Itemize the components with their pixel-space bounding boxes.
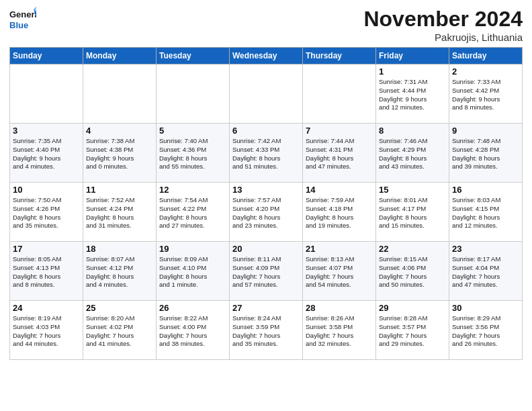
- calendar-cell: 27Sunrise: 8:24 AM Sunset: 3:59 PM Dayli…: [230, 301, 303, 360]
- header: General Blue November 2024 Pakruojis, Li…: [9, 7, 523, 43]
- day-number: 21: [306, 244, 373, 254]
- calendar-cell: 21Sunrise: 8:13 AM Sunset: 4:07 PM Dayli…: [303, 242, 376, 301]
- calendar-week-3: 17Sunrise: 8:05 AM Sunset: 4:13 PM Dayli…: [10, 242, 523, 301]
- logo-graphic: General Blue: [9, 7, 36, 35]
- logo: General Blue: [9, 7, 38, 35]
- day-number: 3: [13, 126, 80, 136]
- col-saturday: Saturday: [449, 48, 523, 64]
- calendar-cell: [230, 64, 303, 124]
- day-detail: Sunrise: 8:28 AM Sunset: 3:57 PM Dayligh…: [379, 314, 446, 349]
- calendar-cell: 26Sunrise: 8:22 AM Sunset: 4:00 PM Dayli…: [157, 301, 230, 360]
- calendar-cell: [303, 64, 376, 124]
- calendar-cell: 9Sunrise: 7:48 AM Sunset: 4:28 PM Daylig…: [449, 124, 523, 183]
- calendar-cell: 8Sunrise: 7:46 AM Sunset: 4:29 PM Daylig…: [376, 124, 449, 183]
- calendar-cell: [83, 64, 157, 124]
- day-number: 2: [452, 66, 519, 77]
- col-sunday: Sunday: [10, 48, 83, 64]
- day-detail: Sunrise: 7:33 AM Sunset: 4:42 PM Dayligh…: [452, 78, 519, 112]
- calendar-cell: 7Sunrise: 7:44 AM Sunset: 4:31 PM Daylig…: [303, 124, 376, 183]
- calendar-cell: 6Sunrise: 7:42 AM Sunset: 4:33 PM Daylig…: [230, 124, 303, 183]
- day-detail: Sunrise: 7:57 AM Sunset: 4:20 PM Dayligh…: [232, 196, 300, 230]
- calendar-cell: 2Sunrise: 7:33 AM Sunset: 4:42 PM Daylig…: [449, 64, 523, 124]
- day-number: 25: [86, 303, 153, 313]
- calendar-week-2: 10Sunrise: 7:50 AM Sunset: 4:26 PM Dayli…: [10, 183, 523, 242]
- day-number: 6: [232, 126, 300, 136]
- month-title: November 2024: [363, 7, 523, 32]
- day-detail: Sunrise: 7:40 AM Sunset: 4:36 PM Dayligh…: [159, 137, 226, 171]
- day-detail: Sunrise: 8:01 AM Sunset: 4:17 PM Dayligh…: [379, 196, 446, 230]
- day-number: 9: [452, 126, 519, 136]
- col-wednesday: Wednesday: [230, 48, 303, 64]
- day-detail: Sunrise: 8:03 AM Sunset: 4:15 PM Dayligh…: [452, 196, 519, 230]
- day-number: 22: [379, 244, 446, 254]
- calendar-cell: 16Sunrise: 8:03 AM Sunset: 4:15 PM Dayli…: [449, 183, 523, 242]
- day-detail: Sunrise: 8:19 AM Sunset: 4:03 PM Dayligh…: [13, 314, 80, 349]
- day-number: 19: [159, 244, 226, 254]
- day-number: 10: [13, 185, 80, 195]
- day-detail: Sunrise: 7:42 AM Sunset: 4:33 PM Dayligh…: [232, 137, 300, 171]
- day-number: 28: [306, 303, 373, 313]
- col-friday: Friday: [376, 48, 449, 64]
- day-number: 29: [379, 303, 446, 313]
- calendar-cell: 5Sunrise: 7:40 AM Sunset: 4:36 PM Daylig…: [157, 124, 230, 183]
- calendar-cell: 17Sunrise: 8:05 AM Sunset: 4:13 PM Dayli…: [10, 242, 83, 301]
- day-number: 26: [159, 303, 226, 313]
- page: General Blue November 2024 Pakruojis, Li…: [0, 0, 532, 411]
- day-detail: Sunrise: 8:13 AM Sunset: 4:07 PM Dayligh…: [306, 255, 373, 289]
- col-tuesday: Tuesday: [157, 48, 230, 64]
- day-number: 27: [232, 303, 300, 313]
- day-detail: Sunrise: 7:48 AM Sunset: 4:28 PM Dayligh…: [452, 137, 519, 171]
- day-detail: Sunrise: 7:31 AM Sunset: 4:44 PM Dayligh…: [379, 78, 446, 112]
- day-detail: Sunrise: 8:05 AM Sunset: 4:13 PM Dayligh…: [13, 255, 80, 289]
- calendar-cell: 1Sunrise: 7:31 AM Sunset: 4:44 PM Daylig…: [376, 64, 449, 124]
- calendar-cell: 12Sunrise: 7:54 AM Sunset: 4:22 PM Dayli…: [157, 183, 230, 242]
- calendar-cell: 11Sunrise: 7:52 AM Sunset: 4:24 PM Dayli…: [83, 183, 157, 242]
- day-number: 8: [379, 126, 446, 136]
- calendar-cell: 18Sunrise: 8:07 AM Sunset: 4:12 PM Dayli…: [83, 242, 157, 301]
- day-detail: Sunrise: 7:38 AM Sunset: 4:38 PM Dayligh…: [86, 137, 153, 171]
- day-detail: Sunrise: 8:11 AM Sunset: 4:09 PM Dayligh…: [232, 255, 300, 289]
- calendar-cell: 15Sunrise: 8:01 AM Sunset: 4:17 PM Dayli…: [376, 183, 449, 242]
- day-detail: Sunrise: 7:54 AM Sunset: 4:22 PM Dayligh…: [159, 196, 226, 230]
- day-detail: Sunrise: 7:44 AM Sunset: 4:31 PM Dayligh…: [306, 137, 373, 171]
- day-number: 5: [159, 126, 226, 136]
- calendar-cell: 23Sunrise: 8:17 AM Sunset: 4:04 PM Dayli…: [449, 242, 523, 301]
- day-detail: Sunrise: 8:15 AM Sunset: 4:06 PM Dayligh…: [379, 255, 446, 289]
- day-number: 4: [86, 126, 153, 136]
- day-number: 1: [379, 66, 446, 77]
- calendar-cell: 28Sunrise: 8:26 AM Sunset: 3:58 PM Dayli…: [303, 301, 376, 360]
- day-detail: Sunrise: 7:50 AM Sunset: 4:26 PM Dayligh…: [13, 196, 80, 230]
- day-number: 20: [232, 244, 300, 254]
- svg-text:Blue: Blue: [9, 20, 28, 30]
- day-detail: Sunrise: 8:09 AM Sunset: 4:10 PM Dayligh…: [159, 255, 226, 289]
- calendar: Sunday Monday Tuesday Wednesday Thursday…: [9, 47, 523, 360]
- day-detail: Sunrise: 8:26 AM Sunset: 3:58 PM Dayligh…: [306, 314, 373, 349]
- location: Pakruojis, Lithuania: [363, 32, 523, 43]
- day-number: 16: [452, 185, 519, 195]
- day-detail: Sunrise: 8:20 AM Sunset: 4:02 PM Dayligh…: [86, 314, 153, 349]
- calendar-cell: 29Sunrise: 8:28 AM Sunset: 3:57 PM Dayli…: [376, 301, 449, 360]
- day-number: 15: [379, 185, 446, 195]
- day-detail: Sunrise: 8:29 AM Sunset: 3:56 PM Dayligh…: [452, 314, 519, 349]
- calendar-week-4: 24Sunrise: 8:19 AM Sunset: 4:03 PM Dayli…: [10, 301, 523, 360]
- day-detail: Sunrise: 8:24 AM Sunset: 3:59 PM Dayligh…: [232, 314, 300, 349]
- calendar-cell: [157, 64, 230, 124]
- day-number: 12: [159, 185, 226, 195]
- day-number: 11: [86, 185, 153, 195]
- day-detail: Sunrise: 7:35 AM Sunset: 4:40 PM Dayligh…: [13, 137, 80, 171]
- day-number: 18: [86, 244, 153, 254]
- day-number: 13: [232, 185, 300, 195]
- calendar-cell: 30Sunrise: 8:29 AM Sunset: 3:56 PM Dayli…: [449, 301, 523, 360]
- calendar-cell: 14Sunrise: 7:59 AM Sunset: 4:18 PM Dayli…: [303, 183, 376, 242]
- logo-svg: General Blue: [9, 7, 36, 32]
- day-detail: Sunrise: 8:22 AM Sunset: 4:00 PM Dayligh…: [159, 314, 226, 349]
- calendar-cell: 22Sunrise: 8:15 AM Sunset: 4:06 PM Dayli…: [376, 242, 449, 301]
- day-detail: Sunrise: 8:07 AM Sunset: 4:12 PM Dayligh…: [86, 255, 153, 289]
- day-detail: Sunrise: 7:52 AM Sunset: 4:24 PM Dayligh…: [86, 196, 153, 230]
- calendar-cell: [10, 64, 83, 124]
- day-number: 14: [306, 185, 373, 195]
- day-number: 30: [452, 303, 519, 313]
- calendar-cell: 10Sunrise: 7:50 AM Sunset: 4:26 PM Dayli…: [10, 183, 83, 242]
- calendar-cell: 24Sunrise: 8:19 AM Sunset: 4:03 PM Dayli…: [10, 301, 83, 360]
- day-detail: Sunrise: 7:59 AM Sunset: 4:18 PM Dayligh…: [306, 196, 373, 230]
